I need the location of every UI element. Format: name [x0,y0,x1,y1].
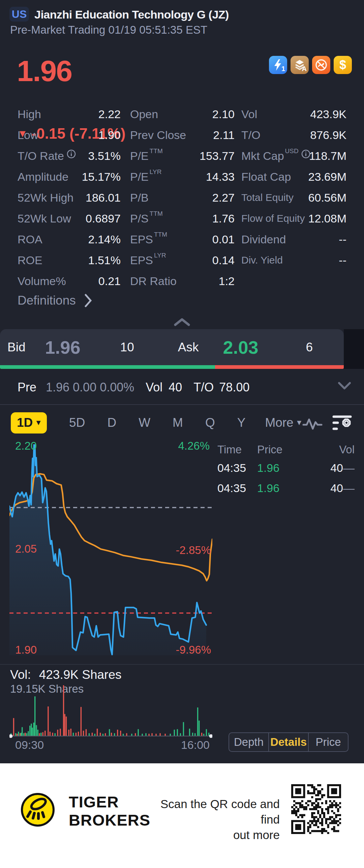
volume-bar [40,733,41,736]
line-chart-style-icon[interactable] [302,417,323,430]
tab-d[interactable]: D [107,416,116,430]
stat-cell-low: Low1.90 [18,125,121,145]
stat-cell-dividend: Dividend-- [241,229,346,250]
stat-cell-roe: ROE1.51% [18,250,121,271]
indicator-settings-icon[interactable] [332,415,353,433]
stat-label: EPSLYR [130,254,166,267]
stat-row: ROA2.14%EPSTTM0.01Dividend-- [0,229,364,250]
brand-line2: BROKERS [69,811,150,829]
stat-label: Flow of Equity [241,213,305,224]
pre-vol-value: 40 [169,380,182,395]
volume-bar [86,729,87,736]
stat-row: Volume%0.21DR Ratio1:2 [0,271,364,291]
tab-m[interactable]: M [173,416,183,430]
volume-bar [13,718,14,736]
stat-label: P/ETTM [130,149,163,162]
volume-bar [203,734,204,736]
stat-cell-p-e: P/ETTM153.77 [130,145,234,166]
stat-cell-mkt-cap: Mkt CapUSD118.7M [241,145,346,166]
chevron-down-icon[interactable] [337,381,352,391]
tab-y[interactable]: Y [237,416,246,430]
volume-bar [114,733,115,736]
trading-session-subtitle: Pre-Market Trading 01/19 05:51:35 EST [10,24,207,36]
volume-bar [18,732,19,736]
volume-bar [50,732,51,736]
dollar-icon[interactable]: $ [334,56,352,74]
no-short-icon[interactable] [312,56,330,74]
stat-sup: USD [285,147,299,155]
volume-bar [145,733,146,736]
volume-bar [94,734,95,736]
stat-value: 1.51% [88,254,121,267]
volume-bar [26,733,27,736]
bottom-tab-details[interactable]: Details [269,733,309,751]
tab-more[interactable]: More▼ [265,416,303,430]
stock-detail-screen: US Jianzhi Education Technology G (JZ) P… [0,0,364,868]
volume-bar [206,729,207,736]
range-tab-bar: 1D▼5DDWMQYMore▼ [11,412,303,434]
stat-value: 0.14 [212,254,234,267]
bid-ask-card[interactable]: Bid 1.96 10 Ask 2.03 6 [0,329,344,369]
collapse-chevron-up-icon[interactable] [173,317,191,327]
definitions-link[interactable]: Definitions [18,293,92,308]
qr-code [291,784,341,834]
volume-bar [57,730,58,736]
tab-q[interactable]: Q [205,416,215,430]
volume-bar [21,733,22,736]
stat-value: 2.10 [212,108,234,121]
stat-row: 52Wk Low0.6897P/STTM1.76Flow of Equity12… [0,208,364,229]
tab-w[interactable]: W [139,416,150,430]
tab-1d[interactable]: 1D▼ [11,412,47,434]
volume-bar [198,721,199,736]
trade-vol: 40— [309,482,357,495]
volume-bar [32,727,33,736]
stat-cell-p-b: P/B2.27 [130,187,234,208]
volume-bar [17,734,18,736]
stat-cell-amplitude: Amplitude15.17% [18,166,121,187]
stat-cell-volume-: Volume%0.21 [18,271,121,291]
stat-label: 52Wk Low [18,212,71,225]
divider [0,404,364,405]
stat-value: 1:2 [219,275,234,288]
volume-bar [197,708,198,736]
layers-a-icon[interactable]: A [290,56,309,74]
tab-5d[interactable]: 5D [69,416,85,430]
stat-value: 2.14% [88,233,121,246]
bottom-tab-price[interactable]: Price [309,733,348,751]
stat-value: 423.9K [310,108,346,121]
details-row: 04:351.9640— [217,480,357,496]
volume-bar [135,733,136,736]
stat-value: 1.76 [212,212,234,225]
stat-sup: LYR [150,168,162,176]
stat-value: 23.69M [308,170,346,183]
axis-handle-right [209,734,213,738]
volume-bar [20,733,21,736]
volume-label: Vol: [10,668,31,682]
bottom-tab-depth[interactable]: Depth [229,733,269,751]
volume-bar [83,731,84,736]
chart-low-price-label: 1.90 [15,644,37,656]
chevron-right-icon [85,294,92,307]
volume-chart[interactable] [9,685,212,738]
stat-label: ROA [18,233,43,246]
pre-vol-label: Vol [146,380,163,395]
pre-market-summary-row[interactable]: Pre 1.96 0.00 0.00% Vol 40 T/O 78.00 [18,378,364,397]
tiger-brokers-logo [20,792,55,827]
volume-bar [92,733,93,736]
volume-bar [29,725,30,736]
volume-bar [36,725,37,736]
volume-bar [66,717,67,736]
stat-value: 118.7M [309,149,346,162]
stat-label: P/B [130,191,149,204]
stat-label: Low [18,129,38,142]
flash-1-icon[interactable]: 1 [269,56,287,74]
ask-label: Ask [178,340,199,354]
stat-label: Div. Yield [241,254,283,266]
stat-cell-roa: ROA2.14% [18,229,121,250]
volume-bar [148,734,149,736]
info-icon[interactable] [67,149,76,158]
stat-label: Mkt CapUSD [241,149,310,162]
stat-cell-p-s: P/STTM1.76 [130,208,234,229]
chart-high-price-label: 2.20 [15,439,37,452]
volume-bar [34,696,35,736]
